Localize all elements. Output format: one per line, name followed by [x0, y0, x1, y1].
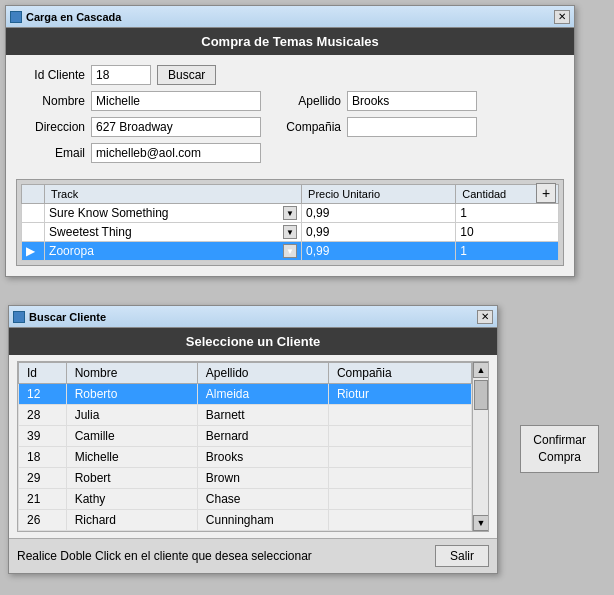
buscar-section-header: Seleccione un Cliente	[9, 328, 497, 355]
buscar-row[interactable]: 21 Kathy Chase	[19, 489, 472, 510]
buscar-nombre: Kathy	[66, 489, 197, 510]
col-precio-header: Precio Unitario	[302, 185, 456, 204]
scroll-track	[473, 378, 488, 515]
buscar-row[interactable]: 29 Robert Brown	[19, 468, 472, 489]
col-id-header: Id	[19, 363, 67, 384]
email-row: Email	[21, 143, 559, 163]
form-area: Id Cliente Buscar Nombre Apellido Direcc…	[6, 55, 574, 179]
buscar-nombre: Camille	[66, 426, 197, 447]
buscar-window: Buscar Cliente ✕ Seleccione un Cliente I…	[8, 305, 498, 574]
buscar-row[interactable]: 39 Camille Bernard	[19, 426, 472, 447]
buscar-id: 39	[19, 426, 67, 447]
scroll-thumb[interactable]	[474, 380, 488, 410]
direccion-input[interactable]	[91, 117, 261, 137]
cantidad-cell: 10	[456, 223, 559, 242]
track-row[interactable]: Sure Know Something ▼ 0,99 1	[22, 204, 559, 223]
scroll-up-button[interactable]: ▲	[473, 362, 489, 378]
buscar-title-bar-left: Buscar Cliente	[13, 311, 106, 323]
buscar-apellido: Almeida	[197, 384, 328, 405]
cantidad-cell: 1	[456, 204, 559, 223]
buscar-compania	[328, 468, 471, 489]
buscar-compania	[328, 489, 471, 510]
main-window-icon	[10, 11, 22, 23]
main-section-header: Compra de Temas Musicales	[6, 28, 574, 55]
buscar-compania	[328, 447, 471, 468]
buscar-close-button[interactable]: ✕	[477, 310, 493, 324]
table-section: Track Precio Unitario Cantidad Sure	[16, 179, 564, 266]
track-dropdown[interactable]: ▼	[283, 206, 297, 220]
buscar-table: Id Nombre Apellido Compañia 12 Roberto	[18, 362, 472, 531]
buscar-id: 21	[19, 489, 67, 510]
email-label: Email	[21, 146, 91, 160]
buscar-window-icon	[13, 311, 25, 323]
track-row[interactable]: ▶ Zooropa ▼ 0,99 1	[22, 242, 559, 261]
main-close-button[interactable]: ✕	[554, 10, 570, 24]
buscar-nombre: Robert	[66, 468, 197, 489]
buscar-nombre: Julia	[66, 405, 197, 426]
nombre-apellido-row: Nombre Apellido	[21, 91, 559, 111]
direccion-compania-row: Direccion Compañia	[21, 117, 559, 137]
compania-input[interactable]	[347, 117, 477, 137]
main-title-bar: Carga en Cascada ✕	[6, 6, 574, 28]
buscar-button[interactable]: Buscar	[157, 65, 216, 85]
buscar-window-title: Buscar Cliente	[29, 311, 106, 323]
buscar-nombre: Richard	[66, 510, 197, 531]
id-label: Id Cliente	[21, 68, 91, 82]
buscar-id: 28	[19, 405, 67, 426]
buscar-apellido: Barnett	[197, 405, 328, 426]
buscar-nombre: Roberto	[66, 384, 197, 405]
buscar-compania	[328, 426, 471, 447]
buscar-id: 26	[19, 510, 67, 531]
precio-cell: 0,99	[302, 223, 456, 242]
confirmar-container: Confirmar Compra	[520, 425, 599, 473]
buscar-apellido: Chase	[197, 489, 328, 510]
buscar-row[interactable]: 12 Roberto Almeida Riotur	[19, 384, 472, 405]
col-compania-header: Compañia	[328, 363, 471, 384]
apellido-input[interactable]	[347, 91, 477, 111]
title-bar-left: Carga en Cascada	[10, 11, 121, 23]
track-row[interactable]: Sweetest Thing ▼ 0,99 10	[22, 223, 559, 242]
scroll-down-button[interactable]: ▼	[473, 515, 489, 531]
id-input[interactable]	[91, 65, 151, 85]
salir-button[interactable]: Salir	[435, 545, 489, 567]
col-nombre-header: Nombre	[66, 363, 197, 384]
buscar-title-bar: Buscar Cliente ✕	[9, 306, 497, 328]
confirmar-button[interactable]: Confirmar Compra	[520, 425, 599, 473]
email-input[interactable]	[91, 143, 261, 163]
row-arrow	[22, 223, 45, 242]
buscar-compania	[328, 405, 471, 426]
precio-cell: 0,99	[302, 204, 456, 223]
buscar-row[interactable]: 26 Richard Cunningham	[19, 510, 472, 531]
scrollbar: ▲ ▼	[472, 362, 488, 531]
apellido-label: Apellido	[277, 94, 347, 108]
track-dropdown[interactable]: ▼	[283, 225, 297, 239]
row-arrow: ▶	[22, 242, 45, 261]
buscar-apellido: Cunningham	[197, 510, 328, 531]
main-window: Carga en Cascada ✕ Compra de Temas Music…	[5, 5, 575, 277]
buscar-footer: Realice Doble Click en el cliente que de…	[9, 538, 497, 573]
buscar-id: 29	[19, 468, 67, 489]
id-row: Id Cliente Buscar	[21, 65, 559, 85]
main-window-title: Carga en Cascada	[26, 11, 121, 23]
compania-label: Compañia	[277, 120, 347, 134]
add-row-button[interactable]: +	[536, 183, 556, 203]
nombre-label: Nombre	[21, 94, 91, 108]
buscar-compania: Riotur	[328, 384, 471, 405]
buscar-apellido: Brooks	[197, 447, 328, 468]
buscar-row[interactable]: 28 Julia Barnett	[19, 405, 472, 426]
track-cell: Sure Know Something ▼	[45, 204, 302, 223]
buscar-table-container: Id Nombre Apellido Compañia 12 Roberto	[17, 361, 489, 532]
track-cell: Zooropa ▼	[45, 242, 302, 261]
cantidad-cell: 1	[456, 242, 559, 261]
table-wrapper: Track Precio Unitario Cantidad Sure	[16, 179, 564, 266]
buscar-compania	[328, 510, 471, 531]
track-dropdown[interactable]: ▼	[283, 244, 297, 258]
nombre-input[interactable]	[91, 91, 261, 111]
precio-cell: 0,99	[302, 242, 456, 261]
buscar-apellido: Bernard	[197, 426, 328, 447]
buscar-row[interactable]: 18 Michelle Brooks	[19, 447, 472, 468]
buscar-id: 18	[19, 447, 67, 468]
row-arrow	[22, 204, 45, 223]
buscar-id: 12	[19, 384, 67, 405]
track-cell: Sweetest Thing ▼	[45, 223, 302, 242]
